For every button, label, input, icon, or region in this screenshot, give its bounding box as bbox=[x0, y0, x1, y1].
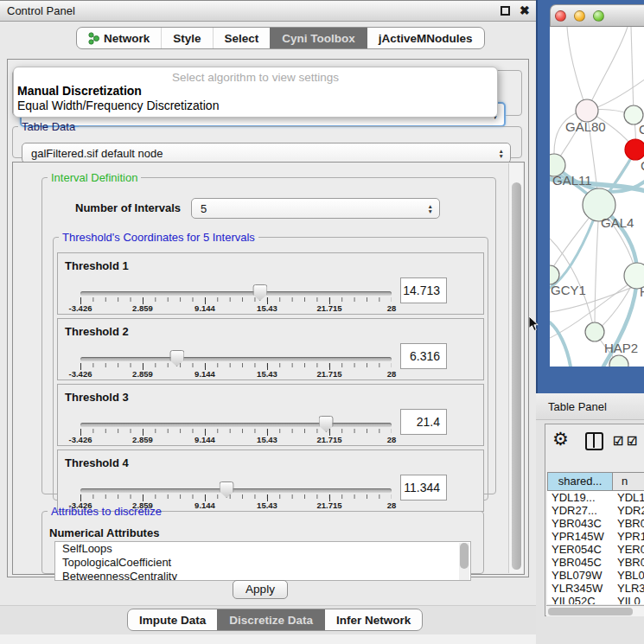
node-red bbox=[625, 139, 644, 160]
table-row[interactable]: YER054CYER0 bbox=[547, 543, 644, 556]
threshold-2-label: Threshold 2 bbox=[65, 325, 129, 338]
split-columns-icon[interactable] bbox=[585, 432, 603, 450]
attributes-legend: Attributes to discretize bbox=[48, 505, 165, 518]
threshold-2-slider[interactable] bbox=[80, 357, 392, 361]
table-row[interactable]: YBR045CYBR0 bbox=[547, 556, 644, 569]
table-data-value: galFiltered.sif default node bbox=[31, 143, 163, 163]
scrollbar-thumb[interactable] bbox=[548, 608, 633, 615]
thresholds-legend: Threshold's Coordinates for 5 Intervals bbox=[59, 231, 258, 244]
threshold-1-value-field[interactable]: 14.713 bbox=[400, 277, 447, 303]
control-panel-titlebar: Control Panel ✖ bbox=[0, 0, 536, 22]
table-data-legend: Table Data bbox=[18, 120, 79, 133]
node-label-gcy1: GCY1 bbox=[551, 283, 586, 297]
node-label-gal4: GAL4 bbox=[601, 215, 634, 230]
table-row[interactable]: YDR27...YDR2 bbox=[547, 504, 644, 517]
zoom-traffic-light[interactable] bbox=[593, 10, 604, 22]
threshold-1-label: Threshold 1 bbox=[65, 259, 129, 272]
slider-tick-labels: -3.426 2.859 9.144 15.43 21.715 28 bbox=[80, 303, 392, 314]
table-row[interactable]: YLR345WYLR3 bbox=[547, 582, 644, 595]
threshold-1-slider[interactable] bbox=[80, 291, 392, 296]
column-header-shared[interactable]: shared... bbox=[547, 472, 613, 491]
close-icon[interactable]: ✖ bbox=[520, 3, 530, 17]
checked-checkbox-icon[interactable]: ☑ bbox=[627, 434, 638, 448]
slider-tick-labels: -3.426 2.859 9.144 15.43 21.715 28 bbox=[80, 435, 392, 445]
algorithm-settings-box: Interval Definition Number of Intervals … bbox=[12, 162, 525, 575]
attributes-fieldset: Attributes to discretize Numerical Attri… bbox=[41, 505, 484, 574]
list-scrollbar[interactable] bbox=[459, 543, 469, 581]
threshold-4-panel: Threshold 4 -3.426 2.859 9.144 15.43 21.… bbox=[57, 450, 484, 512]
node-label-h: H bbox=[640, 284, 644, 299]
table-row[interactable]: YPR145WYPR1 bbox=[547, 530, 644, 543]
settings-vertical-scrollbar[interactable] bbox=[508, 163, 523, 573]
dropdown-placeholder: Select algorithm to view settings bbox=[14, 71, 497, 84]
list-item[interactable]: SelfLoops bbox=[55, 542, 470, 556]
algorithm-dropdown-popup: Select algorithm to view settings Manual… bbox=[13, 67, 498, 118]
threshold-3-value-field[interactable]: 21.4 bbox=[400, 409, 447, 435]
thresholds-fieldset: Threshold's Coordinates for 5 Intervals … bbox=[53, 231, 488, 501]
threshold-3-slider[interactable] bbox=[80, 423, 392, 427]
tab-network[interactable]: Network bbox=[77, 28, 161, 48]
node-label-ga: GA bbox=[639, 122, 644, 137]
threshold-1-panel: Threshold 1 -3.426 2.859 9.144 15.43 21.… bbox=[57, 252, 484, 315]
table-row[interactable]: YIL052CYIL0 bbox=[547, 595, 644, 604]
gear-icon[interactable]: ⚙ bbox=[552, 429, 569, 450]
network-window-titlebar[interactable] bbox=[550, 4, 644, 27]
spinner-arrows-icon: ▲ ▼ bbox=[428, 204, 433, 214]
tab-jactivemnodules[interactable]: jActiveMNodules bbox=[367, 28, 484, 48]
checked-checkbox-icon[interactable]: ☑ bbox=[613, 434, 624, 448]
table-panel-titlebar: Table Panel bbox=[536, 393, 644, 420]
threshold-4-value-field[interactable]: 11.344 bbox=[400, 475, 447, 501]
top-tab-group: Network Style Select Cyni Toolbox jActiv… bbox=[76, 27, 485, 49]
column-header-name[interactable]: n bbox=[613, 472, 644, 491]
tab-discretize-data[interactable]: Discretize Data bbox=[217, 609, 324, 630]
tab-impute-data[interactable]: Impute Data bbox=[128, 609, 217, 630]
slider-tick-labels: -3.426 2.859 9.144 15.43 21.715 28 bbox=[80, 369, 392, 379]
table-row[interactable]: YDL19...YDL1 bbox=[547, 491, 644, 504]
float-window-icon[interactable] bbox=[501, 6, 510, 16]
node-bottom bbox=[609, 355, 628, 367]
network-icon bbox=[88, 32, 99, 45]
table-data-combobox[interactable]: galFiltered.sif default node ▲ ▼ bbox=[22, 143, 511, 163]
threshold-4-label: Threshold 4 bbox=[65, 456, 129, 469]
panel-title: Control Panel bbox=[7, 4, 75, 17]
table-row[interactable]: YBL079WYBL0 bbox=[547, 569, 644, 582]
bottom-filler bbox=[0, 634, 536, 644]
table-panel: ⚙ ☑ ☑ shared... n YDL19...YDL1 YDR27...Y… bbox=[545, 424, 644, 616]
threshold-3-label: Threshold 3 bbox=[65, 391, 129, 404]
network-view-canvas[interactable]: GAL80 GA C GAL11 GAL4 GCY1 H HAP2 bbox=[550, 27, 644, 367]
table-header-row: shared... n bbox=[547, 472, 644, 491]
interval-definition-fieldset: Interval Definition Number of Intervals … bbox=[41, 171, 496, 494]
table-row[interactable]: YBR043CYBR0 bbox=[547, 517, 644, 530]
threshold-2-panel: Threshold 2 -3.426 2.859 9.144 15.43 21.… bbox=[57, 318, 484, 380]
close-traffic-light[interactable] bbox=[555, 10, 566, 22]
network-window-frame: GAL80 GA C GAL11 GAL4 GCY1 H HAP2 bbox=[536, 0, 644, 393]
number-of-intervals-label: Number of Intervals bbox=[75, 201, 181, 214]
tab-style[interactable]: Style bbox=[161, 28, 212, 48]
table-horizontal-scrollbar[interactable] bbox=[546, 605, 644, 616]
dropdown-option-equal-width[interactable]: Equal Width/Frequency Discretization bbox=[14, 99, 497, 113]
tab-cyni-toolbox[interactable]: Cyni Toolbox bbox=[270, 28, 367, 48]
node-label-hap2: HAP2 bbox=[604, 341, 638, 355]
scrollbar-thumb[interactable] bbox=[512, 182, 521, 570]
apply-button[interactable]: Apply bbox=[233, 580, 288, 599]
number-of-intervals-value: 5 bbox=[201, 199, 207, 219]
numerical-attributes-list[interactable]: SelfLoops TopologicalCoefficient Between… bbox=[54, 541, 471, 581]
node-label-c: C bbox=[641, 158, 644, 173]
node-label-gal11: GAL11 bbox=[552, 173, 592, 188]
node-label-gal80: GAL80 bbox=[565, 119, 606, 134]
tab-select[interactable]: Select bbox=[213, 28, 271, 48]
threshold-2-value-field[interactable]: 6.316 bbox=[400, 343, 447, 369]
scrollbar-thumb[interactable] bbox=[460, 543, 469, 569]
control-panel: Control Panel ✖ Network Style Select Cyn… bbox=[0, 0, 536, 644]
minimize-traffic-light[interactable] bbox=[574, 10, 585, 22]
network-graph: GAL80 GA C GAL11 GAL4 GCY1 H HAP2 bbox=[550, 27, 644, 367]
tab-infer-network[interactable]: Infer Network bbox=[324, 609, 422, 630]
combo-arrows-icon: ▲ ▼ bbox=[499, 149, 504, 158]
number-of-intervals-spinner[interactable]: 5 ▲ ▼ bbox=[191, 198, 440, 219]
table-panel-title: Table Panel bbox=[548, 400, 607, 413]
threshold-4-slider[interactable] bbox=[80, 488, 392, 493]
dropdown-option-manual[interactable]: Manual Discretization bbox=[14, 84, 497, 99]
list-item[interactable]: TopologicalCoefficient bbox=[55, 556, 470, 570]
threshold-3-panel: Threshold 3 -3.426 2.859 9.144 15.43 21.… bbox=[57, 384, 484, 446]
bottom-tab-group: Impute Data Discretize Data Infer Networ… bbox=[127, 609, 423, 631]
